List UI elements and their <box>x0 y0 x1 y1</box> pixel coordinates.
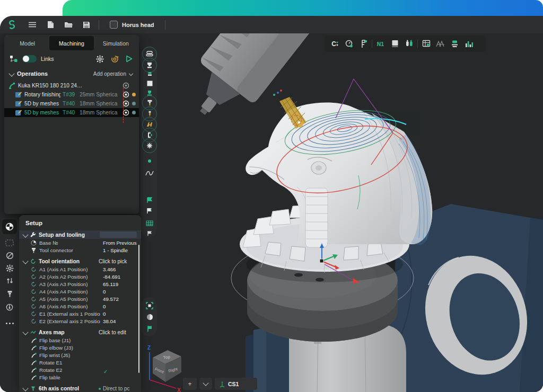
robot-icon <box>8 82 16 89</box>
add-cs-button[interactable]: + <box>183 378 197 390</box>
menu-icon[interactable] <box>23 16 41 33</box>
curve-icon[interactable] <box>142 166 157 181</box>
operation-row[interactable]: 5D by meshes 3 T#40 18mm Spherica <box>4 108 139 117</box>
setup-panel: Setup Setup and tooling Base № From Prev… <box>19 215 141 392</box>
rotate-axis-icon <box>30 259 36 264</box>
toolbar-separator <box>372 40 372 48</box>
tool-connector-icon <box>31 247 37 253</box>
tool-spindle-icon[interactable] <box>2 288 17 300</box>
selection-region-icon[interactable] <box>2 236 17 249</box>
axis-row-a1: A1 (Axis A1 Position) 3.466 <box>19 265 141 273</box>
c-axis-icon[interactable]: C <box>328 38 342 50</box>
layers-icon[interactable] <box>448 38 462 50</box>
robot-joint-icon <box>31 352 37 358</box>
caliper-icon[interactable] <box>356 38 371 50</box>
setup-scrollbar[interactable] <box>138 245 139 373</box>
simulate-loop-icon[interactable] <box>111 55 119 63</box>
gear-icon[interactable] <box>2 262 17 274</box>
expand-cs-button[interactable] <box>199 378 212 390</box>
axis-row-a2: A2 (Axis A2 Position) -84.691 <box>19 273 141 280</box>
operation-icon <box>15 109 22 116</box>
toolbar-separator-2 <box>417 40 418 48</box>
probe-gauge-icon[interactable] <box>342 38 356 50</box>
setup-row-base: Base № From Previous <box>19 239 141 246</box>
op-status-dot <box>132 102 136 105</box>
wireframe-icon[interactable] <box>433 38 448 50</box>
rotate-axis-icon <box>31 266 37 272</box>
rotate-axis-icon <box>31 311 37 317</box>
op-status-dot <box>132 93 136 96</box>
titlebar-separator-2 <box>165 20 165 30</box>
operation-row[interactable]: 5D by meshes 2 T#40 18mm Spherica <box>4 99 139 108</box>
nc-program-icon[interactable]: N1 <box>373 38 388 50</box>
gauge-dial-icon[interactable] <box>2 301 17 314</box>
run-icon[interactable] <box>126 55 133 63</box>
rotate-view-icon[interactable] <box>2 249 17 262</box>
group-setup-and-tooling[interactable]: Setup and tooling <box>19 230 141 239</box>
operation-row[interactable]: Rotary finishing 1 T#39 25mm Spherica <box>4 90 139 99</box>
operations-header[interactable]: Operations Add operation <box>4 67 139 80</box>
base-icon <box>31 240 37 246</box>
robot-joint-icon <box>31 367 37 373</box>
robot-joint-icon <box>31 375 37 380</box>
cs-selector-button[interactable]: CS1 <box>215 378 257 390</box>
viewport-toolbar: C N1 <box>325 35 486 52</box>
group-sixth-axis-control[interactable]: 6th axis control Direct to pc <box>19 384 141 392</box>
axes-map-value[interactable]: Click to edit <box>99 329 137 335</box>
nav-cube[interactable]: Z X Top Front Right <box>145 344 186 392</box>
datum-quadrant-icon[interactable] <box>2 219 17 234</box>
save-icon[interactable] <box>77 16 95 33</box>
setup-panel-title: Setup <box>19 215 141 229</box>
chevron-down-icon <box>22 231 28 237</box>
nav-cube-body[interactable]: Top Front Right <box>153 350 181 382</box>
tab-simulation[interactable]: Simulation <box>94 36 138 50</box>
axis-row-a5: A5 (Axis A5 Position) 49.572 <box>19 295 141 302</box>
document-tab[interactable]: Horus head <box>102 16 162 33</box>
pattern-icon[interactable] <box>142 138 157 153</box>
stock-result-icon[interactable] <box>388 38 402 50</box>
tab-machining[interactable]: Machining <box>49 36 93 50</box>
links-graph-icon <box>10 55 18 63</box>
titlebar: Horus head <box>0 16 543 33</box>
open-folder-icon[interactable] <box>59 16 77 33</box>
axis-x-label: X <box>177 387 181 392</box>
chevron-down-icon <box>22 258 28 264</box>
rotate-axis-icon <box>31 296 37 302</box>
bookmark-icon[interactable] <box>142 321 157 336</box>
group-tool-orientation[interactable]: Tool orientation Click to pick <box>19 257 141 265</box>
statistics-icon[interactable] <box>462 38 476 50</box>
new-file-icon[interactable] <box>41 16 59 33</box>
operations-panel: Model Machining Simulation Links Operati… <box>4 35 139 214</box>
group-axes-map[interactable]: Axes map Click to edit <box>19 328 141 336</box>
setup-row-tool-connector: Tool connector 1 - Spindle <box>19 246 141 254</box>
rotate-axis-icon <box>31 289 37 295</box>
add-operation-button[interactable]: Add operation <box>93 71 133 77</box>
gear-icon[interactable] <box>96 55 104 63</box>
tool-connector-value[interactable]: 1 - Spindle <box>103 247 141 253</box>
sixth-axis-value[interactable]: Direct to pc <box>99 386 137 391</box>
sixth-axis-icon <box>30 386 36 391</box>
mode-tabs: Model Machining Simulation <box>4 35 139 50</box>
document-tab-title: Horus head <box>122 22 154 28</box>
tool-orientation-value[interactable]: Click to pick <box>99 259 137 264</box>
collision-check-icon[interactable] <box>402 38 416 50</box>
base-value[interactable]: From Previous <box>103 240 141 246</box>
sort-arrows-icon[interactable] <box>2 274 17 287</box>
links-row: Links <box>4 50 139 67</box>
cube-face-top: Top <box>163 354 171 360</box>
axis-row-e2: E2 (External axis 2 Position) 38.04 <box>19 317 141 325</box>
machine-table-icon[interactable] <box>419 38 433 50</box>
links-label: Links <box>41 56 92 62</box>
more-icon[interactable] <box>2 317 17 329</box>
screen: Horus head <box>0 0 543 392</box>
links-toggle[interactable] <box>22 55 37 63</box>
cs-triad-icon <box>219 381 225 387</box>
tab-model[interactable]: Model <box>5 36 49 50</box>
focused-value-cell[interactable] <box>100 231 137 238</box>
axis-row-a6: A6 (Axis A6 Position) 0 <box>19 302 141 310</box>
rotate-axis-icon <box>31 304 37 309</box>
operation-row-robot[interactable]: Kuka KR150 180 210 24… <box>4 81 139 90</box>
wrench-icon <box>30 232 36 238</box>
flag-small-icon[interactable] <box>142 226 157 240</box>
axes-map-icon <box>30 329 36 335</box>
